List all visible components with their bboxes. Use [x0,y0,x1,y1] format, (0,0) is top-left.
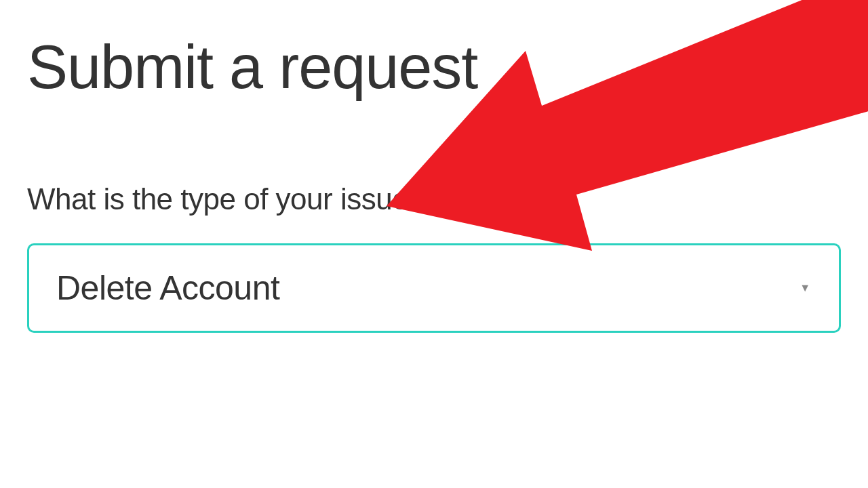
issue-type4-select[interactable]: Delete Account ▼ [27,243,841,333]
chevron-down-icon: ▼ [800,282,810,294]
page-title: Submit a request [27,34,841,101]
issue-type-selected-value: Delete Account [56,268,279,308]
issue-type-label: What is the type of your issue? [27,182,841,216]
